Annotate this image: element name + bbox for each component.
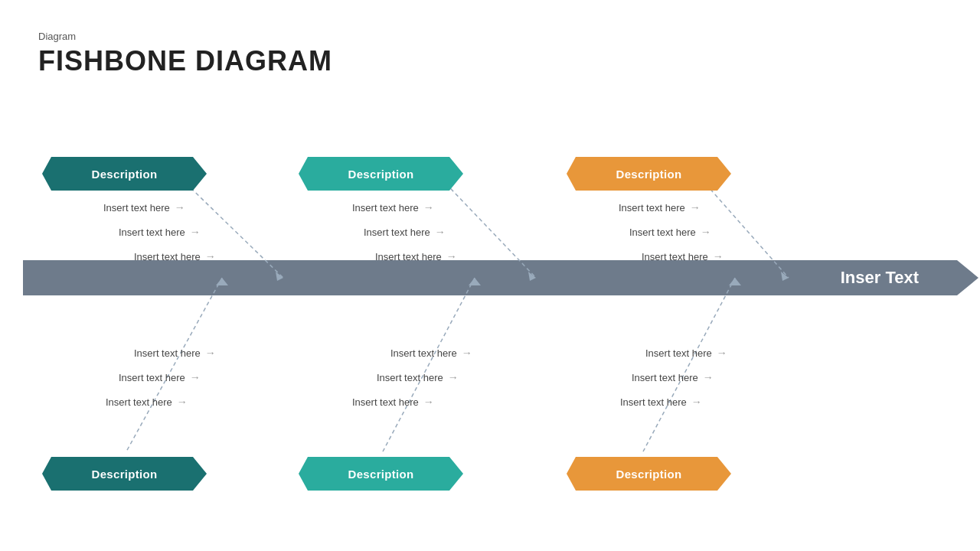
- list-item[interactable]: Insert text here: [629, 226, 711, 238]
- list-item[interactable]: Insert text here: [390, 347, 472, 359]
- svg-line-5: [643, 278, 735, 452]
- svg-line-3: [126, 278, 222, 452]
- desc-box-top-2[interactable]: Description: [299, 157, 463, 191]
- list-item[interactable]: Insert text here: [645, 347, 727, 359]
- list-item[interactable]: Insert text here: [642, 250, 724, 262]
- header-section: Diagram FISHBONE DIAGRAM: [38, 31, 332, 77]
- list-item[interactable]: Insert text here: [134, 347, 216, 359]
- list-item[interactable]: Insert text here: [619, 201, 701, 214]
- list-item[interactable]: Insert text here: [364, 226, 446, 238]
- desc-box-bot-1[interactable]: Description: [42, 457, 207, 491]
- list-item[interactable]: Insert text here: [119, 226, 201, 238]
- list-item[interactable]: Insert text here: [377, 371, 459, 383]
- list-item[interactable]: Insert text here: [352, 396, 434, 408]
- fishbone-spine: Inser Text: [23, 260, 957, 295]
- spine-label: Inser Text: [841, 268, 919, 288]
- list-item[interactable]: Insert text here: [620, 396, 702, 408]
- header-subtitle: Diagram: [38, 31, 332, 42]
- list-item[interactable]: Insert text here: [375, 250, 457, 262]
- list-item[interactable]: Insert text here: [119, 371, 201, 383]
- list-item[interactable]: Insert text here: [134, 250, 216, 262]
- header-title: FISHBONE DIAGRAM: [38, 45, 332, 77]
- desc-box-bot-2[interactable]: Description: [299, 457, 463, 491]
- desc-box-top-1[interactable]: Description: [42, 157, 207, 191]
- list-item[interactable]: Insert text here: [352, 201, 434, 214]
- svg-line-4: [383, 278, 475, 452]
- list-item[interactable]: Insert text here: [103, 201, 185, 214]
- desc-box-bot-3[interactable]: Description: [567, 457, 731, 491]
- desc-box-top-3[interactable]: Description: [567, 157, 731, 191]
- list-item[interactable]: Insert text here: [632, 371, 714, 383]
- list-item[interactable]: Insert text here: [106, 396, 188, 408]
